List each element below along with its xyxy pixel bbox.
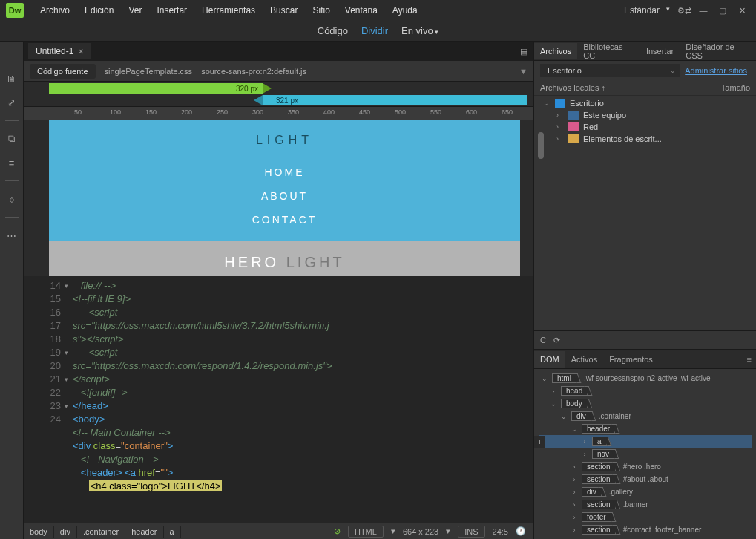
close-icon[interactable]: ✕ (734, 2, 750, 19)
dom-panel-tabs: DOM Activos Fragmentos ≡ (534, 350, 756, 369)
menu-herramientas[interactable]: Herramientas (194, 5, 263, 16)
tree-row-equipo[interactable]: ›Este equipo (553, 109, 756, 121)
panel-menu-icon[interactable]: ≡ (747, 355, 756, 364)
dom-row-header[interactable]: ⌄header (539, 422, 752, 435)
menu-ver[interactable]: Ver (121, 5, 149, 16)
dom-row-hero[interactable]: ›section#hero .hero (539, 460, 752, 473)
files-tree: ⌄Escritorio ›Este equipo ›Red ›Elementos… (534, 96, 756, 151)
view-live-button[interactable]: En vivo (401, 25, 438, 36)
files-col-name[interactable]: Archivos locales ↑ (540, 83, 721, 92)
ruler-tick: 400 (323, 108, 335, 116)
media-query-bar-321[interactable]: 321 px (263, 95, 527, 105)
tab-bibliotecas[interactable]: Bibliotecas CC (577, 39, 640, 64)
close-tab-icon[interactable]: ✕ (78, 48, 84, 56)
dom-row-contact[interactable]: ›section#contact .footer_banner (539, 523, 752, 536)
document-tab[interactable]: Untitled-1 ✕ (28, 43, 91, 59)
tab-insertar[interactable]: Insertar (640, 43, 680, 59)
inspect-icon[interactable]: ≡ (4, 155, 19, 170)
code-highlight: <h4 class="logo">LIGHT</h4> (89, 480, 223, 491)
preview-nav-home[interactable]: HOME (49, 160, 520, 184)
ruler-tick: 600 (466, 108, 477, 116)
breadcrumb-header[interactable]: header (125, 526, 163, 538)
panel-actions: C ⟳ (534, 330, 756, 350)
refresh-icon[interactable]: C (540, 336, 546, 344)
menu-insertar[interactable]: Insertar (149, 5, 194, 16)
breadcrumb-body[interactable]: body (24, 526, 54, 538)
dom-row-head[interactable]: ›head (539, 385, 752, 397)
media-query-bar-320[interactable]: 320 px (49, 83, 263, 94)
status-overflow-icon[interactable]: 🕐 (516, 526, 526, 536)
dom-row-container[interactable]: ⌄div.container (539, 410, 752, 422)
pc-icon (568, 111, 579, 120)
menu-ventana[interactable]: Ventana (338, 5, 385, 16)
breadcrumb-a[interactable]: a (164, 526, 181, 538)
preview-logo: LIGHT (49, 134, 520, 147)
maximize-icon[interactable]: ▢ (714, 2, 731, 19)
tab-archivos[interactable]: Archivos (534, 43, 577, 59)
expand-icon[interactable]: ⤢ (4, 95, 19, 110)
minimize-icon[interactable]: — (695, 2, 711, 19)
menu-buscar[interactable]: Buscar (263, 5, 305, 16)
scrollbar-thumb[interactable] (538, 132, 544, 159)
preview-nav-contact[interactable]: CONTACT (49, 208, 520, 232)
live-preview[interactable]: LIGHT HOME ABOUT CONTACT HERO LIGHT (49, 120, 520, 276)
more-icon[interactable]: ⋯ (4, 228, 19, 243)
breadcrumb-container[interactable]: .container (77, 526, 125, 538)
tab-activos[interactable]: Activos (565, 351, 603, 368)
customize-icon[interactable]: ⟐ (4, 192, 19, 206)
ruler-tick: 150 (145, 108, 157, 116)
menu-archivo[interactable]: Archivo (33, 5, 77, 16)
tab-dom[interactable]: DOM (534, 351, 565, 368)
menu-sitio[interactable]: Sitio (305, 5, 337, 16)
code-editor[interactable]: 14 15 16 17 18 19 20 21 22 23 24 file://… (24, 276, 533, 523)
dom-row-nav[interactable]: ›nav (539, 448, 752, 460)
status-dimensions: 664 x 223 (403, 527, 438, 536)
files-col-size[interactable]: Tamaño (721, 83, 750, 92)
filter-icon[interactable]: ▼ (519, 67, 527, 76)
status-insert-mode[interactable]: INS (458, 526, 484, 538)
code-content[interactable]: file:// --> <!--[if lt IE 9]> <script sr… (24, 276, 533, 496)
site-dropdown[interactable]: Escritorio ⌄ (540, 64, 680, 77)
live-view-options-icon[interactable]: ⧉ (4, 131, 19, 146)
workspace-dropdown[interactable]: Estándar (617, 4, 673, 17)
network-icon (568, 122, 579, 131)
dom-row-body[interactable]: ⌄body (539, 397, 752, 410)
related-file[interactable]: source-sans-pro:n2:default.js (201, 67, 306, 76)
ruler: 50 100 150 200 250 300 350 400 450 500 5… (24, 107, 533, 120)
dom-row-gallery[interactable]: ›div.gallery (539, 486, 752, 498)
document-options-icon[interactable]: ▤ (520, 47, 527, 56)
menu-ayuda[interactable]: Ayuda (385, 5, 425, 16)
status-ok-icon: ⊘ (334, 526, 341, 536)
tree-row-escritorio[interactable]: ⌄Escritorio (540, 97, 756, 109)
source-code-button[interactable]: Código fuente (30, 64, 96, 79)
file-management-icon[interactable]: 🗎 (4, 71, 19, 86)
view-split-button[interactable]: Dividir (361, 25, 388, 36)
related-file[interactable]: singlePageTemplate.css (105, 67, 193, 76)
manage-sites-link[interactable]: Administrar sitios (685, 66, 750, 75)
sync-icon[interactable]: ⟳ (553, 336, 560, 345)
preview-hero-text-dim: LIGHT (286, 254, 345, 270)
files-panel-tabs: Archivos Bibliotecas CC Insertar Diseñad… (534, 42, 756, 61)
dom-add-button[interactable]: + (534, 436, 545, 448)
dom-row-footer[interactable]: ›footer (539, 511, 752, 523)
sync-settings-icon[interactable]: ⚙⇄ (676, 2, 692, 19)
tab-fragmentos[interactable]: Fragmentos (603, 351, 659, 368)
tree-row-red[interactable]: ›Red (553, 121, 756, 133)
dom-row-html[interactable]: ⌄html.wf-sourcesanspro-n2-active .wf-act… (539, 372, 752, 385)
dom-row-about[interactable]: ›section#about .about (539, 473, 752, 486)
app-logo: Dw (6, 3, 24, 18)
preview-hero-text: HERO (224, 254, 279, 270)
status-language[interactable]: HTML (348, 526, 384, 538)
menu-edicion[interactable]: Edición (77, 5, 121, 16)
tree-row-elementos[interactable]: ›Elementos de escrit... (553, 133, 756, 145)
code-gutter: 14 15 16 17 18 19 20 21 22 23 24 (24, 276, 67, 426)
menubar: Dw Archivo Edición Ver Insertar Herramie… (0, 0, 756, 21)
view-code-button[interactable]: Código (318, 25, 348, 36)
breadcrumb-div[interactable]: div (54, 526, 77, 538)
related-files-bar: Código fuente singlePageTemplate.css sou… (24, 61, 533, 82)
ruler-tick: 250 (217, 108, 228, 116)
preview-nav-about[interactable]: ABOUT (49, 184, 520, 208)
dom-row-a[interactable]: +›a (539, 435, 752, 448)
dom-row-banner[interactable]: ›section.banner (539, 498, 752, 511)
tab-css-designer[interactable]: Diseñador de CSS (680, 39, 756, 64)
